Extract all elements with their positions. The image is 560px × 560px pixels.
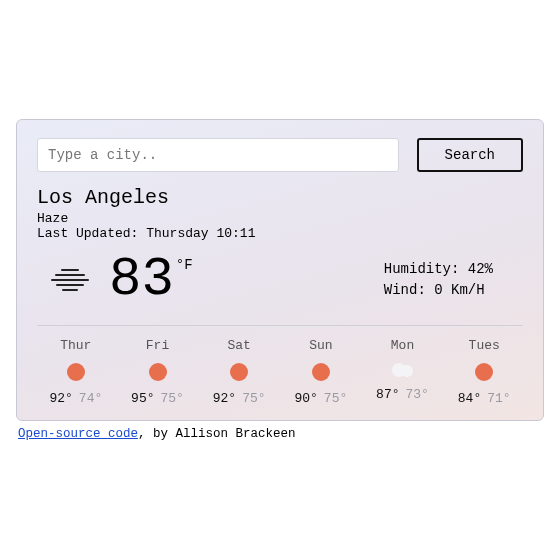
- forecast-hi: 90°: [294, 391, 317, 406]
- forecast-day: Sun90°75°: [282, 338, 360, 406]
- forecast-day: Fri95°75°: [119, 338, 197, 406]
- forecast-day-label: Thur: [60, 338, 91, 353]
- open-source-link[interactable]: Open-source code: [18, 427, 138, 441]
- forecast-lo: 74°: [79, 391, 102, 406]
- sun-icon: [230, 363, 248, 381]
- footer: Open-source code, by Allison Brackeen: [16, 427, 544, 441]
- forecast-temps: 92°75°: [213, 391, 266, 406]
- search-button[interactable]: Search: [417, 138, 523, 172]
- condition-text: Haze: [37, 211, 523, 226]
- last-updated: Last Updated: Thursday 10:11: [37, 226, 523, 241]
- forecast-row: Thur92°74°Fri95°75°Sat92°75°Sun90°75°Mon…: [37, 338, 523, 406]
- forecast-temps: 95°75°: [131, 391, 184, 406]
- forecast-lo: 73°: [406, 387, 429, 402]
- temp-value: 83: [109, 253, 174, 307]
- haze-icon: [47, 267, 93, 293]
- forecast-hi: 95°: [131, 391, 154, 406]
- sun-icon: [149, 363, 167, 381]
- search-input[interactable]: [37, 138, 399, 172]
- forecast-day: Mon87°73°: [364, 338, 442, 406]
- city-name: Los Angeles: [37, 186, 523, 209]
- sun-icon: [67, 363, 85, 381]
- forecast-day: Sat92°75°: [200, 338, 278, 406]
- forecast-hi: 84°: [458, 391, 481, 406]
- temp-unit: °F: [176, 257, 193, 273]
- forecast-day: Tues84°71°: [445, 338, 523, 406]
- forecast-temps: 92°74°: [49, 391, 102, 406]
- sun-icon: [475, 363, 493, 381]
- forecast-day-label: Tues: [469, 338, 500, 353]
- forecast-day: Thur92°74°: [37, 338, 115, 406]
- forecast-hi: 92°: [213, 391, 236, 406]
- cloud-icon: [392, 363, 414, 377]
- weather-card: Search Los Angeles Haze Last Updated: Th…: [16, 119, 544, 421]
- forecast-lo: 71°: [487, 391, 510, 406]
- temperature: 83 °F: [109, 253, 193, 307]
- sun-icon: [312, 363, 330, 381]
- current-row: 83 °F Humidity: 42% Wind: 0 Km/H: [37, 253, 523, 307]
- footer-rest: , by Allison Brackeen: [138, 427, 296, 441]
- wind-text: Wind: 0 Km/H: [384, 280, 493, 301]
- humidity-text: Humidity: 42%: [384, 259, 493, 280]
- forecast-temps: 90°75°: [294, 391, 347, 406]
- forecast-day-label: Sat: [227, 338, 250, 353]
- search-row: Search: [37, 138, 523, 172]
- forecast-lo: 75°: [324, 391, 347, 406]
- forecast-day-label: Fri: [146, 338, 169, 353]
- forecast-temps: 87°73°: [376, 387, 429, 402]
- forecast-hi: 92°: [49, 391, 72, 406]
- current-meta: Humidity: 42% Wind: 0 Km/H: [384, 259, 523, 301]
- forecast-day-label: Sun: [309, 338, 332, 353]
- divider: [37, 325, 523, 326]
- forecast-temps: 84°71°: [458, 391, 511, 406]
- forecast-lo: 75°: [161, 391, 184, 406]
- forecast-day-label: Mon: [391, 338, 414, 353]
- forecast-hi: 87°: [376, 387, 399, 402]
- forecast-lo: 75°: [242, 391, 265, 406]
